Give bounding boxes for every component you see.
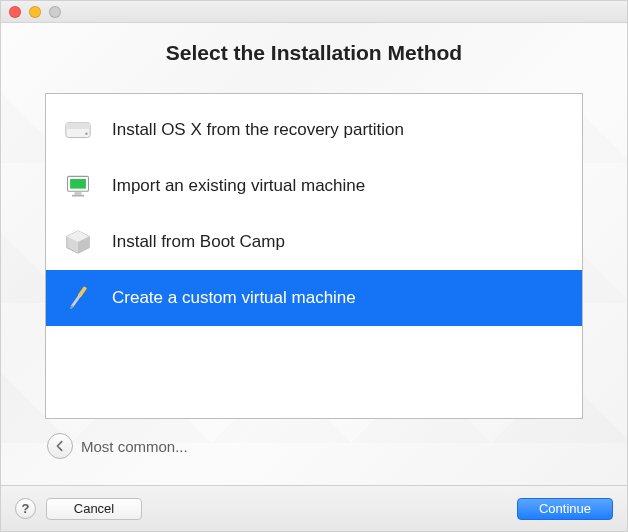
close-window-button[interactable] bbox=[9, 6, 21, 18]
option-install-boot-camp[interactable]: Install from Boot Camp bbox=[46, 214, 582, 270]
page-title: Select the Installation Method bbox=[166, 41, 462, 65]
bootcamp-icon bbox=[62, 226, 94, 258]
continue-button-label: Continue bbox=[539, 501, 591, 516]
monitor-icon bbox=[62, 170, 94, 202]
option-label: Install OS X from the recovery partition bbox=[112, 120, 404, 140]
back-button[interactable] bbox=[47, 433, 73, 459]
option-import-existing-vm[interactable]: Import an existing virtual machine bbox=[46, 158, 582, 214]
screwdriver-icon bbox=[62, 282, 94, 314]
help-button[interactable]: ? bbox=[15, 498, 36, 519]
option-create-custom-vm[interactable]: Create a custom virtual machine bbox=[46, 270, 582, 326]
cancel-button[interactable]: Cancel bbox=[46, 498, 142, 520]
svg-rect-1 bbox=[66, 123, 90, 130]
minimize-window-button[interactable] bbox=[29, 6, 41, 18]
svg-rect-5 bbox=[75, 192, 82, 195]
option-install-osx-recovery[interactable]: Install OS X from the recovery partition bbox=[46, 102, 582, 158]
zoom-window-button[interactable] bbox=[49, 6, 61, 18]
option-label: Import an existing virtual machine bbox=[112, 176, 365, 196]
option-label: Install from Boot Camp bbox=[112, 232, 285, 252]
option-label: Create a custom virtual machine bbox=[112, 288, 356, 308]
hard-drive-icon bbox=[62, 114, 94, 146]
footer: ? Cancel Continue bbox=[1, 485, 627, 531]
cancel-button-label: Cancel bbox=[74, 501, 114, 516]
svg-rect-4 bbox=[70, 179, 86, 189]
installer-window: Select the Installation Method Install O… bbox=[0, 0, 628, 532]
svg-point-2 bbox=[85, 133, 87, 135]
continue-button[interactable]: Continue bbox=[517, 498, 613, 520]
svg-rect-6 bbox=[72, 195, 84, 197]
back-label: Most common... bbox=[81, 438, 188, 455]
titlebar bbox=[1, 1, 627, 23]
content-area: Select the Installation Method Install O… bbox=[1, 23, 627, 485]
back-row: Most common... bbox=[45, 433, 583, 459]
options-panel: Install OS X from the recovery partition… bbox=[45, 93, 583, 419]
